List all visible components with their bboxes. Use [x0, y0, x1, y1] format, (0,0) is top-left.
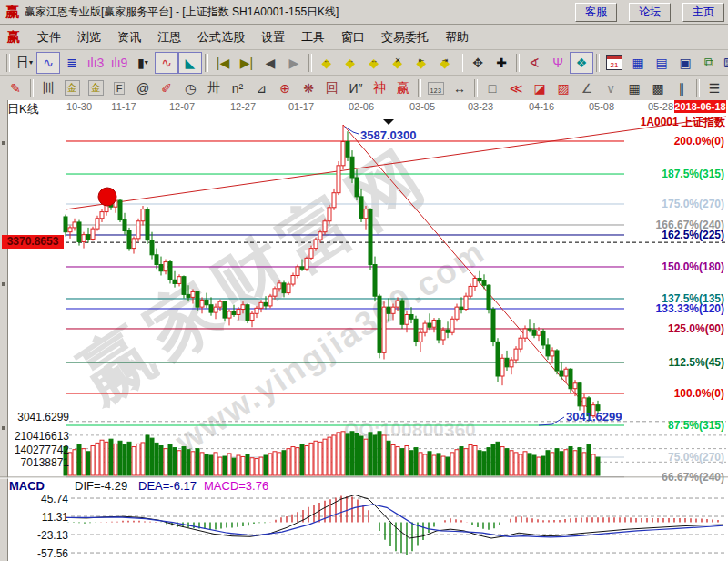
chart-plot	[0, 0, 728, 561]
